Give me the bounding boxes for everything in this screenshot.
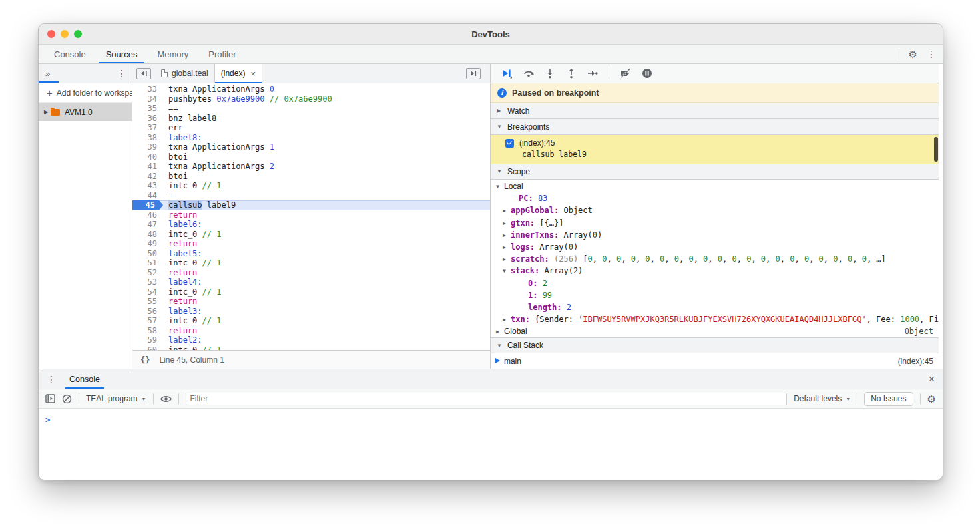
scope-row[interactable]: ▼stack: Array(2) xyxy=(491,265,939,277)
step-button[interactable] xyxy=(587,68,598,79)
code-line[interactable]: 58return xyxy=(132,326,490,336)
code-line[interactable]: 38label8: xyxy=(132,133,490,143)
resume-button[interactable] xyxy=(501,68,513,79)
context-selector[interactable]: TEAL program ▼ xyxy=(86,394,146,403)
line-number[interactable]: 49 xyxy=(132,239,163,249)
code-line[interactable]: 33txna ApplicationArgs 0 xyxy=(132,85,490,94)
code-line[interactable]: 37err xyxy=(132,123,490,133)
scope-row[interactable]: ▶txn: {Sender: 'IBFWSUY5RVWPXJKQ3R5RLKUB… xyxy=(491,313,939,325)
line-number[interactable]: 48 xyxy=(132,230,163,240)
expand-arrow-icon[interactable]: ▶ xyxy=(41,109,51,115)
code-line[interactable]: 50label5: xyxy=(132,249,490,259)
drawer-menu-kebab-icon[interactable]: ⋮ xyxy=(47,375,56,384)
no-issues-button[interactable]: No Issues xyxy=(864,392,913,406)
code-line[interactable]: 59label2: xyxy=(132,335,490,345)
line-number[interactable]: 44 xyxy=(132,191,163,201)
hide-navigator-button[interactable] xyxy=(136,68,151,79)
close-tab-icon[interactable]: × xyxy=(250,69,256,79)
file-tab-index[interactable]: (index) × xyxy=(214,64,262,83)
line-number[interactable]: 38 xyxy=(132,133,163,143)
line-number[interactable]: 33 xyxy=(132,85,163,94)
line-number[interactable]: 41 xyxy=(132,162,163,172)
section-breakpoints[interactable]: ▼ Breakpoints xyxy=(491,119,939,135)
step-into-button[interactable] xyxy=(545,68,555,79)
line-number[interactable]: 47 xyxy=(132,220,163,230)
line-number[interactable]: 39 xyxy=(132,142,163,152)
filter-input[interactable] xyxy=(186,393,788,405)
expanded-arrow-icon[interactable]: ▼ xyxy=(496,184,499,190)
line-number[interactable]: 54 xyxy=(132,287,163,297)
code-line[interactable]: 45callsub label9 xyxy=(132,200,490,210)
step-over-button[interactable] xyxy=(523,68,534,79)
line-number[interactable]: 56 xyxy=(132,307,163,317)
tree-item-avm[interactable]: ▶ AVM1.0 xyxy=(39,103,132,121)
code-line[interactable]: 34pushbytes 0x7a6e9900 // 0x7a6e9900 xyxy=(132,94,490,104)
line-number[interactable]: 43 xyxy=(132,181,163,191)
tab-memory[interactable]: Memory xyxy=(147,45,198,63)
console-sidebar-icon[interactable] xyxy=(45,394,55,403)
collapsed-arrow-icon[interactable]: ▶ xyxy=(503,220,506,226)
line-number[interactable]: 37 xyxy=(132,123,163,133)
section-watch[interactable]: ▶ Watch xyxy=(491,103,939,119)
line-number[interactable]: 34 xyxy=(132,94,163,104)
scrollbar-thumb[interactable] xyxy=(934,137,938,162)
code-line[interactable]: 42btoi xyxy=(132,172,490,182)
main-menu-kebab-icon[interactable]: ⋮ xyxy=(927,49,936,59)
console-output[interactable]: > xyxy=(39,409,943,425)
line-number[interactable]: 35 xyxy=(132,104,163,114)
breakpoint-checkbox[interactable] xyxy=(505,139,514,148)
line-number[interactable]: 45 xyxy=(132,200,163,210)
deactivate-breakpoints-button[interactable] xyxy=(620,68,631,79)
scope-row[interactable]: ▶innerTxns: Array(0) xyxy=(491,229,939,241)
code-line[interactable]: 53label4: xyxy=(132,277,490,287)
expanded-arrow-icon[interactable]: ▼ xyxy=(503,268,506,274)
code-line[interactable]: 60intc_0 // 1 xyxy=(132,345,490,351)
scope-row[interactable]: ▶gtxn: [{…}] xyxy=(491,217,939,229)
line-number[interactable]: 50 xyxy=(132,249,163,259)
scope-row[interactable]: 1: 99 xyxy=(491,289,939,301)
code-line[interactable]: 47label6: xyxy=(132,220,490,230)
collapsed-arrow-icon[interactable]: ▶ xyxy=(503,232,506,238)
code-line[interactable]: 40btoi xyxy=(132,152,490,162)
code-line[interactable]: 39txna ApplicationArgs 1 xyxy=(132,142,490,152)
line-number[interactable]: 52 xyxy=(132,268,163,278)
pause-on-exceptions-button[interactable] xyxy=(642,68,652,79)
drawer-tab-console[interactable]: Console xyxy=(65,369,104,389)
tab-console[interactable]: Console xyxy=(44,45,96,63)
breakpoint-entry[interactable]: (index):45 callsub label9 xyxy=(491,135,939,164)
collapsed-arrow-icon[interactable]: ▶ xyxy=(503,317,506,323)
line-number[interactable]: 59 xyxy=(132,335,163,345)
code-line[interactable]: 41txna ApplicationArgs 2 xyxy=(132,162,490,172)
code-line[interactable]: 36bnz label8 xyxy=(132,114,490,124)
code-line[interactable]: 57intc_0 // 1 xyxy=(132,316,490,326)
live-expression-eye-icon[interactable] xyxy=(160,395,172,403)
scope-row[interactable]: ▶GlobalObject xyxy=(491,325,939,337)
line-number[interactable]: 58 xyxy=(132,326,163,336)
show-debugger-sidebar-button[interactable] xyxy=(466,68,481,79)
console-prompt-chevron[interactable]: > xyxy=(45,415,50,425)
collapsed-arrow-icon[interactable]: ▶ xyxy=(503,256,506,262)
clear-console-icon[interactable] xyxy=(62,394,72,404)
add-folder-button[interactable]: + Add folder to workspace xyxy=(39,83,132,103)
code-line[interactable]: 56label3: xyxy=(132,307,490,317)
pretty-print-icon[interactable]: {} xyxy=(140,355,150,365)
code-line[interactable]: 54intc_0 // 1 xyxy=(132,287,490,297)
file-tab-global-teal[interactable]: global.teal xyxy=(155,64,214,83)
line-number[interactable]: 46 xyxy=(132,210,163,220)
line-number[interactable]: 53 xyxy=(132,277,163,287)
code-line[interactable]: 51intc_0 // 1 xyxy=(132,258,490,268)
code-line[interactable]: 55return xyxy=(132,297,490,307)
scope-row[interactable]: ▶logs: Array(0) xyxy=(491,241,939,253)
scope-row[interactable]: 0: 2 xyxy=(491,277,939,289)
close-drawer-icon[interactable]: × xyxy=(929,373,935,385)
console-settings-gear-icon[interactable]: ⚙ xyxy=(927,394,936,404)
scope-row[interactable]: ▼Local xyxy=(491,180,939,192)
code-line[interactable]: 49return xyxy=(132,239,490,249)
line-number[interactable]: 51 xyxy=(132,258,163,268)
tab-profiler[interactable]: Profiler xyxy=(198,45,246,63)
code-line[interactable]: 48intc_0 // 1 xyxy=(132,230,490,240)
scope-row[interactable]: ▶appGlobal: Object xyxy=(491,204,939,216)
line-number[interactable]: 60 xyxy=(132,345,163,351)
line-number[interactable]: 36 xyxy=(132,114,163,124)
scope-row[interactable]: length: 2 xyxy=(491,301,939,313)
